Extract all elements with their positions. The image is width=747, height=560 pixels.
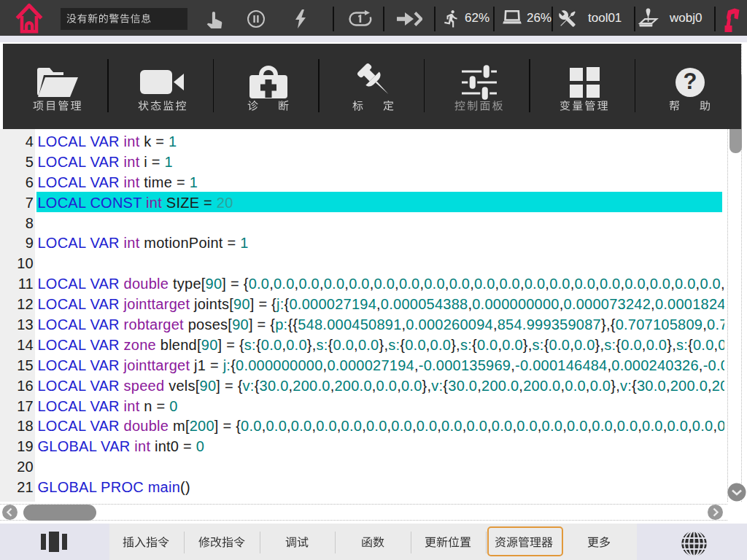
svg-text:?: ? [683,69,697,94]
